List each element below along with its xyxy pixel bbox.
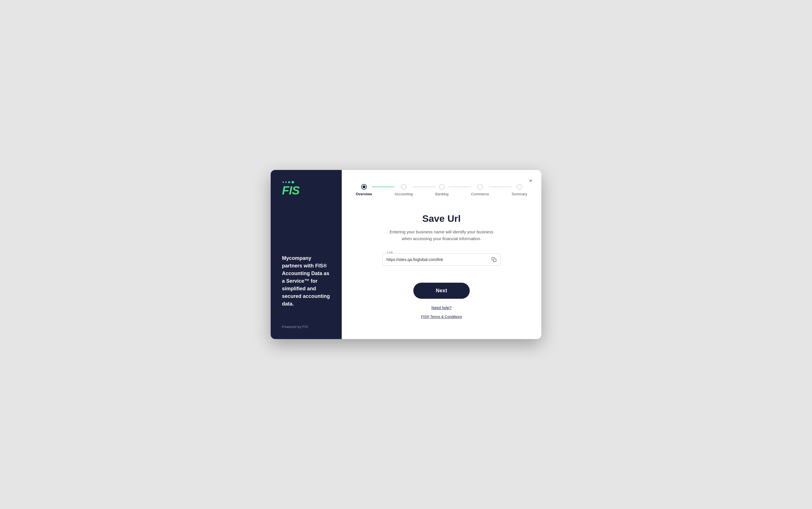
step-label-overview: Overview	[356, 192, 372, 196]
logo-dot-2	[285, 181, 287, 183]
step-circle-banking	[439, 184, 445, 190]
step-circle-overview	[361, 184, 367, 190]
svg-rect-0	[493, 259, 496, 262]
progress-stepper: Overview Accounting Banking	[356, 184, 527, 196]
connector-1	[372, 186, 394, 187]
step-circle-accounting	[401, 184, 407, 190]
step-item-commerce: Commerce	[471, 184, 489, 196]
close-button[interactable]: ×	[528, 177, 533, 184]
link-input-row	[382, 253, 501, 266]
modal-container: FIS Mycompany partners with FIS® Account…	[271, 170, 541, 339]
logo-dot-4	[292, 181, 294, 183]
step-label-banking: Banking	[435, 192, 449, 196]
right-panel: × Overview Accounting Ba	[342, 170, 541, 339]
step-circle-commerce	[477, 184, 483, 190]
connector-2	[413, 186, 435, 187]
step-item-accounting: Accounting	[394, 184, 413, 196]
step-circle-summary	[517, 184, 522, 190]
need-help-link[interactable]: Need help?	[431, 306, 452, 310]
connector-3	[449, 186, 471, 187]
logo-dots	[283, 181, 294, 183]
fis-logo: FIS	[282, 181, 330, 197]
step-item-banking: Banking	[435, 184, 449, 196]
page-title: Save Url	[422, 213, 461, 224]
logo-text: FIS	[282, 184, 299, 197]
logo-dot-1	[283, 181, 284, 183]
step-label-commerce: Commerce	[471, 192, 489, 196]
copy-icon	[491, 257, 496, 262]
copy-icon-button[interactable]	[489, 257, 496, 262]
next-button[interactable]: Next	[413, 283, 470, 299]
powered-by-text: Powered by FIS	[282, 325, 330, 329]
stepper-inner: Overview Accounting Banking	[356, 184, 527, 196]
left-tagline: Mycompany partners with FIS® Accounting …	[282, 254, 330, 308]
step-item-summary: Summary	[512, 184, 527, 196]
link-label: Link	[386, 250, 394, 254]
left-panel: FIS Mycompany partners with FIS® Account…	[271, 170, 342, 339]
page-description: Entering your business name will identif…	[385, 229, 498, 242]
link-field-wrapper: Link	[382, 253, 501, 266]
step-label-summary: Summary	[512, 192, 527, 196]
logo-area: FIS	[282, 181, 330, 197]
logo-dot-3	[288, 181, 290, 183]
terms-link[interactable]: FIS® Terms & Conditions	[421, 314, 462, 319]
connector-4	[489, 186, 512, 187]
step-label-accounting: Accounting	[394, 192, 413, 196]
step-item-overview: Overview	[356, 184, 372, 196]
link-input[interactable]	[387, 257, 489, 262]
main-content: Save Url Entering your business name wil…	[356, 213, 527, 328]
